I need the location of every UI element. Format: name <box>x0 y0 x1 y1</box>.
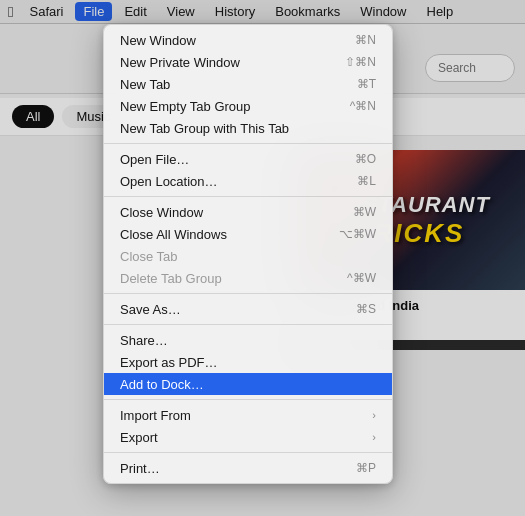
menu-item-close-window-shortcut: ⌘W <box>353 205 376 219</box>
menu-item-share-label: Share… <box>120 333 356 348</box>
menu-item-open-location-label: Open Location… <box>120 174 337 189</box>
menu-item-delete-tab-group-label: Delete Tab Group <box>120 271 327 286</box>
menu-item-add-to-dock-label: Add to Dock… <box>120 377 356 392</box>
menu-item-close-window[interactable]: Close Window ⌘W <box>104 201 392 223</box>
menu-item-close-window-label: Close Window <box>120 205 333 220</box>
submenu-arrow-import: › <box>372 409 376 421</box>
menu-item-open-file-label: Open File… <box>120 152 335 167</box>
menu-item-open-location-shortcut: ⌘L <box>357 174 376 188</box>
submenu-arrow-export: › <box>372 431 376 443</box>
menu-item-import-from-label: Import From <box>120 408 372 423</box>
divider-6 <box>104 452 392 453</box>
menu-item-export[interactable]: Export › <box>104 426 392 448</box>
menu-item-add-to-dock[interactable]: Add to Dock… <box>104 373 392 395</box>
menu-item-new-private-window[interactable]: New Private Window ⇧⌘N <box>104 51 392 73</box>
menu-item-new-private-window-label: New Private Window <box>120 55 325 70</box>
menu-item-save-as-label: Save As… <box>120 302 336 317</box>
menu-item-new-empty-tab-group[interactable]: New Empty Tab Group ^⌘N <box>104 95 392 117</box>
menu-item-print-label: Print… <box>120 461 336 476</box>
divider-3 <box>104 293 392 294</box>
menu-item-new-window[interactable]: New Window ⌘N <box>104 29 392 51</box>
menu-item-new-tab-shortcut: ⌘T <box>357 77 376 91</box>
menu-item-delete-tab-group: Delete Tab Group ^⌘W <box>104 267 392 289</box>
divider-5 <box>104 399 392 400</box>
menu-item-export-pdf[interactable]: Export as PDF… <box>104 351 392 373</box>
menu-item-print[interactable]: Print… ⌘P <box>104 457 392 479</box>
menu-item-new-tab[interactable]: New Tab ⌘T <box>104 73 392 95</box>
divider-1 <box>104 143 392 144</box>
menu-item-new-empty-tab-group-label: New Empty Tab Group <box>120 99 330 114</box>
menu-item-save-as[interactable]: Save As… ⌘S <box>104 298 392 320</box>
menu-item-close-tab-label: Close Tab <box>120 249 356 264</box>
menu-item-new-tab-group-this-tab[interactable]: New Tab Group with This Tab <box>104 117 392 139</box>
menu-item-new-window-shortcut: ⌘N <box>355 33 376 47</box>
menu-item-new-window-label: New Window <box>120 33 335 48</box>
menu-item-close-all-windows[interactable]: Close All Windows ⌥⌘W <box>104 223 392 245</box>
menu-item-open-file[interactable]: Open File… ⌘O <box>104 148 392 170</box>
menu-item-new-tab-group-this-tab-label: New Tab Group with This Tab <box>120 121 356 136</box>
menu-item-close-all-windows-shortcut: ⌥⌘W <box>339 227 376 241</box>
menu-item-close-all-windows-label: Close All Windows <box>120 227 319 242</box>
menu-item-new-tab-label: New Tab <box>120 77 337 92</box>
menu-item-delete-tab-group-shortcut: ^⌘W <box>347 271 376 285</box>
menu-item-open-location[interactable]: Open Location… ⌘L <box>104 170 392 192</box>
menu-item-export-label: Export <box>120 430 372 445</box>
menu-item-save-as-shortcut: ⌘S <box>356 302 376 316</box>
divider-4 <box>104 324 392 325</box>
menu-item-close-tab: Close Tab <box>104 245 392 267</box>
menu-item-import-from[interactable]: Import From › <box>104 404 392 426</box>
menu-item-print-shortcut: ⌘P <box>356 461 376 475</box>
menu-item-open-file-shortcut: ⌘O <box>355 152 376 166</box>
menu-item-new-empty-tab-group-shortcut: ^⌘N <box>350 99 376 113</box>
menu-item-share[interactable]: Share… <box>104 329 392 351</box>
file-dropdown-menu: New Window ⌘N New Private Window ⇧⌘N New… <box>103 24 393 484</box>
divider-2 <box>104 196 392 197</box>
menu-item-export-pdf-label: Export as PDF… <box>120 355 356 370</box>
menu-item-new-private-window-shortcut: ⇧⌘N <box>345 55 376 69</box>
